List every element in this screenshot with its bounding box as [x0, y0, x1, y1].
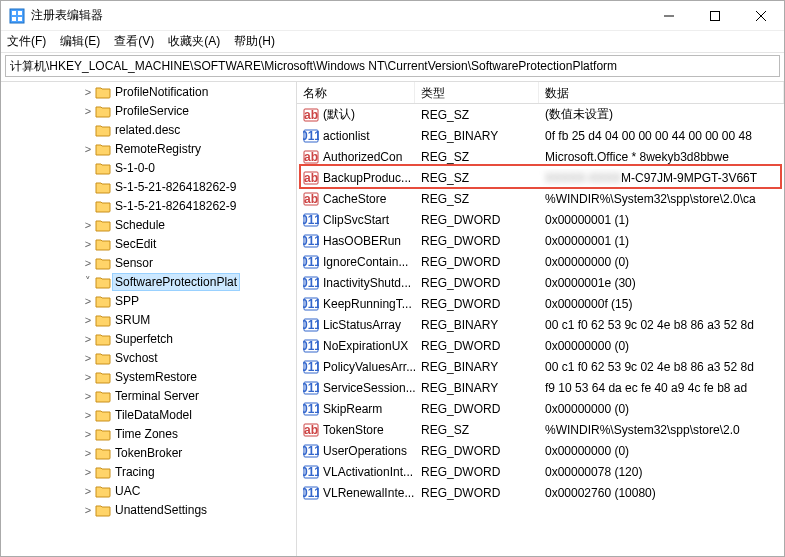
expand-icon[interactable]: >: [81, 86, 95, 98]
tree-item[interactable]: ˅SoftwareProtectionPlat: [81, 272, 296, 291]
tree-item[interactable]: related.desc: [81, 120, 296, 139]
svg-rect-1: [12, 11, 16, 15]
tree-item[interactable]: >Svchost: [81, 348, 296, 367]
expand-icon[interactable]: >: [81, 238, 95, 250]
value-data: 0x00000000 (0): [539, 400, 784, 418]
tree-item[interactable]: >Sensor: [81, 253, 296, 272]
value-row[interactable]: 011ClipSvcStartREG_DWORD0x00000001 (1): [297, 209, 784, 230]
tree-item[interactable]: >TileDataModel: [81, 405, 296, 424]
menu-edit[interactable]: 编辑(E): [60, 33, 100, 50]
folder-icon: [95, 256, 111, 270]
expand-icon[interactable]: >: [81, 447, 95, 459]
expand-icon[interactable]: >: [81, 466, 95, 478]
window-buttons: [646, 1, 784, 31]
tree-item[interactable]: >Terminal Server: [81, 386, 296, 405]
value-row[interactable]: 011ServiceSession...REG_BINARYf9 10 53 6…: [297, 377, 784, 398]
binary-value-icon: 011: [303, 233, 319, 249]
value-row[interactable]: abBackupProduc...REG_SZXXXXX-XXXXM-C97JM…: [297, 167, 784, 188]
expand-icon[interactable]: >: [81, 409, 95, 421]
value-row[interactable]: 011VLRenewalInte...REG_DWORD0x00002760 (…: [297, 482, 784, 503]
tree-item[interactable]: >TokenBroker: [81, 443, 296, 462]
menu-help[interactable]: 帮助(H): [234, 33, 275, 50]
expand-icon[interactable]: >: [81, 333, 95, 345]
close-button[interactable]: [738, 1, 784, 31]
value-row[interactable]: 011VLActivationInt...REG_DWORD0x00000078…: [297, 461, 784, 482]
tree-item[interactable]: >Superfetch: [81, 329, 296, 348]
value-row[interactable]: 011HasOOBERunREG_DWORD0x00000001 (1): [297, 230, 784, 251]
value-row[interactable]: 011PolicyValuesArr...REG_BINARY00 c1 f0 …: [297, 356, 784, 377]
tree-item[interactable]: >ProfileNotification: [81, 82, 296, 101]
expand-icon[interactable]: >: [81, 105, 95, 117]
value-row[interactable]: 011LicStatusArrayREG_BINARY00 c1 f0 62 5…: [297, 314, 784, 335]
tree-item-label: Terminal Server: [113, 388, 201, 404]
value-data: 00 c1 f0 62 53 9c 02 4e b8 86 a3 52 8d: [539, 358, 784, 376]
value-row[interactable]: 011IgnoreContain...REG_DWORD0x00000000 (…: [297, 251, 784, 272]
value-data: 00 c1 f0 62 53 9c 02 4e b8 86 a3 52 8d: [539, 316, 784, 334]
col-data[interactable]: 数据: [539, 82, 784, 103]
value-row[interactable]: 011KeepRunningT...REG_DWORD0x0000000f (1…: [297, 293, 784, 314]
value-type: REG_DWORD: [415, 484, 539, 502]
tree-panel[interactable]: >ProfileNotification>ProfileServicerelat…: [1, 82, 297, 556]
value-row[interactable]: 011InactivityShutd...REG_DWORD0x0000001e…: [297, 272, 784, 293]
expand-icon[interactable]: >: [81, 390, 95, 402]
tree-item[interactable]: >SecEdit: [81, 234, 296, 253]
folder-icon: [95, 237, 111, 251]
expand-icon[interactable]: >: [81, 143, 95, 155]
maximize-button[interactable]: [692, 1, 738, 31]
expand-icon[interactable]: >: [81, 314, 95, 326]
value-name: (默认): [323, 106, 355, 123]
value-row[interactable]: 011UserOperationsREG_DWORD0x00000000 (0): [297, 440, 784, 461]
value-row[interactable]: ab(默认)REG_SZ(数值未设置): [297, 104, 784, 125]
tree-item[interactable]: S-1-0-0: [81, 158, 296, 177]
value-row[interactable]: 011SkipRearmREG_DWORD0x00000000 (0): [297, 398, 784, 419]
folder-icon: [95, 180, 111, 194]
value-name: actionlist: [323, 129, 370, 143]
value-type: REG_BINARY: [415, 358, 539, 376]
collapse-icon[interactable]: ˅: [81, 275, 95, 288]
tree-item[interactable]: >SystemRestore: [81, 367, 296, 386]
value-row[interactable]: 011NoExpirationUXREG_DWORD0x00000000 (0): [297, 335, 784, 356]
tree-item-label: ProfileService: [113, 103, 191, 119]
menu-favorites[interactable]: 收藏夹(A): [168, 33, 220, 50]
expand-icon[interactable]: >: [81, 219, 95, 231]
tree-item[interactable]: S-1-5-21-826418262-9: [81, 196, 296, 215]
address-bar[interactable]: 计算机\HKEY_LOCAL_MACHINE\SOFTWARE\Microsof…: [5, 55, 780, 77]
minimize-button[interactable]: [646, 1, 692, 31]
folder-icon: [95, 408, 111, 422]
value-row[interactable]: abTokenStoreREG_SZ%WINDIR%\System32\spp\…: [297, 419, 784, 440]
tree-item[interactable]: >UnattendSettings: [81, 500, 296, 519]
col-name[interactable]: 名称: [297, 82, 415, 103]
tree-item[interactable]: >UAC: [81, 481, 296, 500]
value-row[interactable]: 011actionlistREG_BINARY0f fb 25 d4 04 00…: [297, 125, 784, 146]
expand-icon[interactable]: >: [81, 352, 95, 364]
svg-rect-4: [18, 17, 22, 21]
tree-item[interactable]: >SRUM: [81, 310, 296, 329]
svg-text:011: 011: [303, 297, 319, 311]
tree-item[interactable]: >Tracing: [81, 462, 296, 481]
svg-text:011: 011: [303, 339, 319, 353]
svg-text:011: 011: [303, 255, 319, 269]
expand-icon[interactable]: >: [81, 504, 95, 516]
expand-icon[interactable]: >: [81, 485, 95, 497]
tree-item[interactable]: >RemoteRegistry: [81, 139, 296, 158]
tree-item[interactable]: >Time Zones: [81, 424, 296, 443]
value-data: 0x00000000 (0): [539, 442, 784, 460]
tree-item[interactable]: >SPP: [81, 291, 296, 310]
expand-icon[interactable]: >: [81, 257, 95, 269]
menu-view[interactable]: 查看(V): [114, 33, 154, 50]
expand-icon[interactable]: >: [81, 371, 95, 383]
tree-item[interactable]: >ProfileService: [81, 101, 296, 120]
tree-item[interactable]: >Schedule: [81, 215, 296, 234]
tree-item[interactable]: S-1-5-21-826418262-9: [81, 177, 296, 196]
values-list[interactable]: ab(默认)REG_SZ(数值未设置)011actionlistREG_BINA…: [297, 104, 784, 556]
main-panel: >ProfileNotification>ProfileServicerelat…: [1, 81, 784, 556]
expand-icon[interactable]: >: [81, 295, 95, 307]
expand-icon[interactable]: >: [81, 428, 95, 440]
value-name: VLActivationInt...: [323, 465, 413, 479]
menu-file[interactable]: 文件(F): [7, 33, 46, 50]
col-type[interactable]: 类型: [415, 82, 539, 103]
value-type: REG_DWORD: [415, 442, 539, 460]
value-row[interactable]: abCacheStoreREG_SZ%WINDIR%\System32\spp\…: [297, 188, 784, 209]
values-panel: 名称 类型 数据 ab(默认)REG_SZ(数值未设置)011actionlis…: [297, 82, 784, 556]
value-row[interactable]: abAuthorizedConREG_SZMicrosoft.Office * …: [297, 146, 784, 167]
